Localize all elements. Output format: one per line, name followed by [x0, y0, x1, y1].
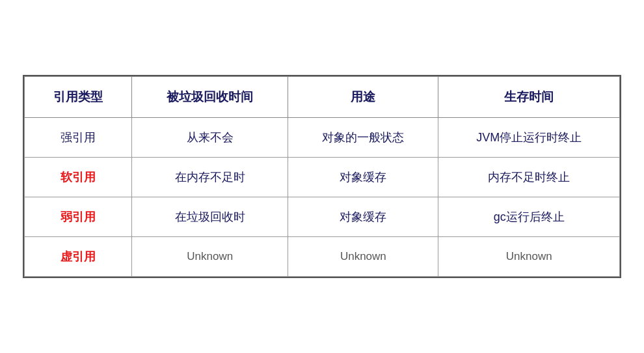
- cell-type-phantom: 虚引用: [25, 237, 132, 277]
- cell-type-soft: 软引用: [25, 158, 132, 197]
- table-row: 虚引用 Unknown Unknown Unknown: [25, 237, 620, 277]
- reference-table-wrapper: 引用类型 被垃圾回收时间 用途 生存时间 强引用 从来不会 对象的一般状态 JV…: [23, 75, 621, 278]
- col-header-lifetime: 生存时间: [438, 77, 620, 118]
- table-row: 弱引用 在垃圾回收时 对象缓存 gc运行后终止: [25, 197, 620, 237]
- cell-usage-soft: 对象缓存: [288, 158, 438, 197]
- cell-usage-strong: 对象的一般状态: [288, 118, 438, 158]
- cell-lifetime-weak: gc运行后终止: [438, 197, 620, 237]
- cell-lifetime-strong: JVM停止运行时终止: [438, 118, 620, 158]
- cell-gc-weak: 在垃圾回收时: [132, 197, 288, 237]
- cell-usage-weak: 对象缓存: [288, 197, 438, 237]
- table-header-row: 引用类型 被垃圾回收时间 用途 生存时间: [25, 77, 620, 118]
- cell-lifetime-soft: 内存不足时终止: [438, 158, 620, 197]
- cell-gc-strong: 从来不会: [132, 118, 288, 158]
- col-header-type: 引用类型: [25, 77, 132, 118]
- cell-gc-phantom: Unknown: [132, 237, 288, 277]
- cell-type-strong: 强引用: [25, 118, 132, 158]
- cell-type-weak: 弱引用: [25, 197, 132, 237]
- cell-usage-phantom: Unknown: [288, 237, 438, 277]
- cell-gc-soft: 在内存不足时: [132, 158, 288, 197]
- col-header-gc-time: 被垃圾回收时间: [132, 77, 288, 118]
- reference-table: 引用类型 被垃圾回收时间 用途 生存时间 强引用 从来不会 对象的一般状态 JV…: [24, 76, 620, 277]
- table-row: 软引用 在内存不足时 对象缓存 内存不足时终止: [25, 158, 620, 197]
- table-row: 强引用 从来不会 对象的一般状态 JVM停止运行时终止: [25, 118, 620, 158]
- col-header-usage: 用途: [288, 77, 438, 118]
- cell-lifetime-phantom: Unknown: [438, 237, 620, 277]
